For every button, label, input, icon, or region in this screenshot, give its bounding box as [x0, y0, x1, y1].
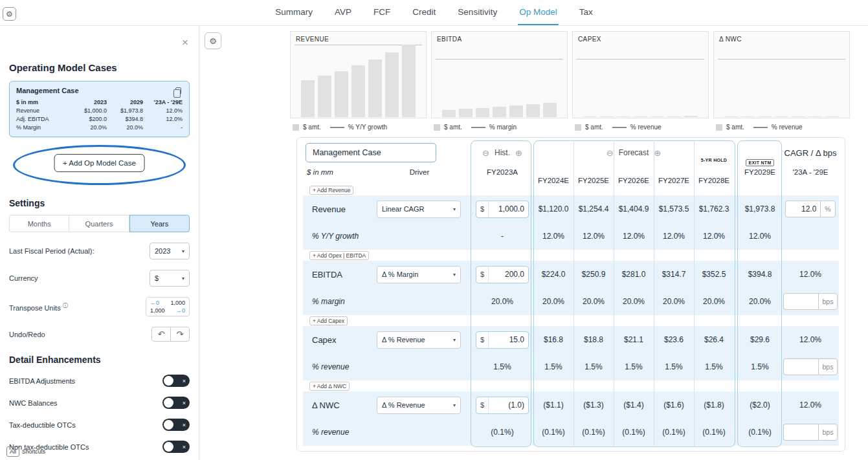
- toggle-non-tax-deductible-otcs[interactable]: ×: [162, 441, 190, 453]
- collapse-forecast-icon[interactable]: ⊖: [606, 148, 614, 158]
- case-card-cell: Revenue: [16, 107, 67, 115]
- case-card-row: Adj. EBITDA$200.0$394.812.0%: [16, 115, 183, 124]
- bps-value-input[interactable]: [783, 424, 818, 441]
- chevron-down-icon: ▾: [453, 206, 456, 212]
- forecast-group-label: ⊖ Forecast ⊕: [533, 148, 734, 158]
- last-fiscal-select[interactable]: 2023 ▾: [150, 243, 190, 259]
- driver-select[interactable]: Δ % Revenue▾: [377, 331, 461, 349]
- tab-credit[interactable]: Credit: [411, 0, 437, 25]
- copy-icon[interactable]: [175, 87, 181, 94]
- case-card-header-row: $ in mm20232029'23A - '29E: [16, 98, 183, 107]
- bps-value-input[interactable]: [783, 358, 818, 375]
- tab-avp[interactable]: AVP: [333, 0, 353, 25]
- toggles-list: EBITDA Adjustments×NWC Balances×Tax-dedu…: [9, 375, 190, 453]
- chart-card-revenue: REVENUE: [290, 31, 427, 118]
- forecast-value: 12.0%: [573, 232, 614, 241]
- add-row-button-add-revenue[interactable]: + Add Revenue: [309, 186, 353, 195]
- bar-legend-swatch: [293, 124, 299, 131]
- line-legend-label: % revenue: [630, 124, 662, 131]
- case-card[interactable]: Management Case $ in mm20232029'23A - '2…: [9, 81, 190, 137]
- forecast-value: 1.5%: [533, 362, 573, 371]
- expand-forecast-icon[interactable]: ⊕: [654, 148, 661, 158]
- forecast-value: (0.1%): [533, 428, 573, 437]
- add-row-button-add-nwc[interactable]: + Add Δ NWC: [309, 382, 350, 391]
- add-row: + Add Capex: [303, 315, 839, 326]
- add-row: + Add Opex | EBITDA: [303, 250, 839, 261]
- chart-bar: [741, 116, 755, 118]
- hist-value-input[interactable]: [489, 397, 528, 413]
- hist-input-group: $: [476, 397, 529, 414]
- cagr-input-group: %: [785, 201, 835, 217]
- col-header-hist: FY2023A: [475, 168, 529, 176]
- transpose-units-control[interactable]: ←0 1,000 1,000 →0: [146, 297, 190, 316]
- info-icon[interactable]: ⓘ: [63, 303, 68, 309]
- tab-fcf[interactable]: FCF: [372, 0, 392, 25]
- charts-row: REVENUE$ amt.% Y/Y growthEBITDA$ amt.% m…: [290, 31, 850, 131]
- case-card-cell: 12.0%: [143, 115, 183, 124]
- hist-input-group: $: [476, 266, 529, 283]
- collapse-hist-icon[interactable]: ⊖: [482, 148, 489, 158]
- redo-button[interactable]: ↷: [170, 327, 190, 342]
- forecast-value: $224.0: [533, 270, 573, 279]
- period-option-months[interactable]: Months: [9, 215, 69, 232]
- forecast-value: 20.0%: [533, 297, 573, 306]
- forecast-value: $1,404.9: [614, 204, 654, 214]
- driver-select[interactable]: Linear CAGR▾: [377, 201, 461, 218]
- chart-bar: [758, 116, 772, 118]
- cagr-value-input[interactable]: [785, 201, 820, 217]
- add-row-button-add-capex[interactable]: + Add Capex: [309, 316, 348, 325]
- tab-sensitivity[interactable]: Sensitivity: [456, 0, 498, 25]
- tab-op-model[interactable]: Op Model: [518, 0, 559, 25]
- undo-redo-row: Undo/Redo ↶ ↷: [9, 327, 190, 342]
- expand-hist-icon[interactable]: ⊕: [515, 148, 522, 158]
- case-card-cell: 12.0%: [143, 107, 183, 115]
- col-header-fy2024e: FY2024E: [533, 177, 573, 184]
- case-name-input[interactable]: Management Case: [306, 143, 436, 162]
- chart-bar: [634, 116, 647, 118]
- chart-bar: [476, 108, 489, 117]
- close-icon[interactable]: ×: [182, 36, 188, 49]
- driver-select[interactable]: Δ % Margin▾: [377, 266, 461, 283]
- hist-value-input[interactable]: [489, 201, 528, 217]
- forecast-value: 12.0%: [694, 232, 734, 241]
- chart-bar: [792, 116, 805, 118]
- toggle-nwc-balances[interactable]: ×: [162, 397, 190, 409]
- tab-tax[interactable]: Tax: [578, 0, 594, 25]
- shortcuts-label: Shortcuts: [22, 448, 45, 455]
- undo-button[interactable]: ↶: [151, 327, 171, 342]
- col-header-cagr: '23A - '29E: [781, 168, 840, 176]
- period-option-years[interactable]: Years: [129, 215, 190, 232]
- tab-summary[interactable]: Summary: [274, 0, 314, 25]
- cagr-value: 12.0%: [781, 400, 840, 410]
- chevron-down-icon: ▾: [182, 276, 184, 281]
- exit-ntm-badge: EXIT NTM: [746, 159, 773, 166]
- subrow-label: % Y/Y growth: [303, 232, 374, 241]
- period-option-quarters[interactable]: Quarters: [69, 215, 129, 232]
- transpose-row: Transpose Units ⓘ ←0 1,000 1,000 →0: [9, 297, 190, 316]
- op-model-table: Management Case ⊖ Hist. ⊕ ⊖ Forecast ⊕ E…: [296, 137, 845, 452]
- case-card-row: % Margin20.0%20.0%-: [16, 124, 183, 132]
- case-card-cell: $1,000.0: [67, 107, 107, 115]
- settings-gear-button[interactable]: ⚙: [205, 32, 221, 49]
- toggle-ebitda-adjustments[interactable]: ×: [162, 375, 190, 387]
- exit-value: 20.0%: [739, 297, 781, 306]
- toggle-tax-deductible-otcs[interactable]: ×: [162, 419, 190, 431]
- bps-value-input[interactable]: [783, 293, 818, 310]
- currency-prefix: $: [476, 332, 489, 348]
- chevron-down-icon: ▾: [182, 248, 184, 254]
- gear-icon[interactable]: ⚙: [3, 7, 16, 21]
- add-row-button-add-opex-ebitda[interactable]: + Add Opex | EBITDA: [309, 251, 369, 260]
- forecast-value: 20.0%: [573, 297, 614, 306]
- toggle-row: NWC Balances×: [9, 397, 190, 409]
- all-badge[interactable]: All: [6, 446, 19, 457]
- hist-value-input[interactable]: [489, 267, 528, 283]
- hist-value-input[interactable]: [489, 332, 528, 348]
- exit-value: 1.5%: [739, 362, 781, 371]
- currency-select[interactable]: $ ▾: [150, 270, 190, 287]
- toggle-knob: [164, 398, 173, 408]
- bar-legend-label: $ amt.: [444, 124, 462, 131]
- row-label: Revenue: [303, 204, 374, 214]
- driver-select[interactable]: Δ % Revenue▾: [377, 397, 461, 414]
- add-op-model-case-button[interactable]: + Add Op Model Case: [54, 154, 145, 172]
- shortcuts: All Shortcuts: [6, 446, 45, 457]
